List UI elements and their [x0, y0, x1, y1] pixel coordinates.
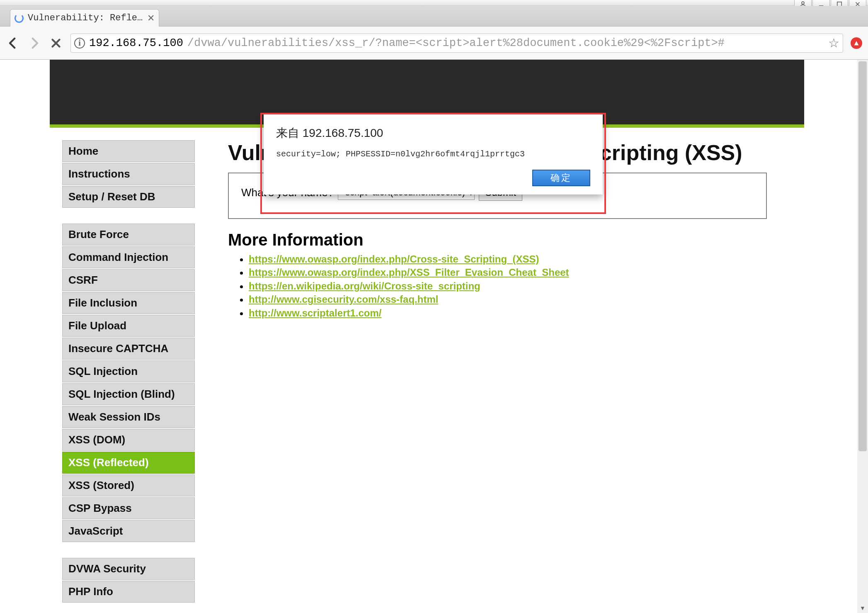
vertical-scrollbar[interactable]: ▲ ▼ — [857, 60, 868, 613]
js-alert-message: security=low; PHPSESSID=n0lvg2hr6ofmt4rq… — [276, 149, 590, 159]
js-alert-origin: 来自 192.168.75.100 — [276, 125, 590, 141]
info-link[interactable]: https://www.owasp.org/index.php/Cross-si… — [249, 253, 539, 265]
sidebar-item-xss-stored[interactable]: XSS (Stored) — [62, 474, 195, 496]
info-link[interactable]: https://www.owasp.org/index.php/XSS_Filt… — [249, 267, 569, 278]
info-link-item: https://en.wikipedia.org/wiki/Cross-site… — [249, 280, 767, 293]
js-alert-dialog: 来自 192.168.75.100 security=low; PHPSESSI… — [264, 114, 603, 195]
svg-marker-3 — [854, 41, 859, 45]
address-bar[interactable]: i 192.168.75.100 /dvwa/vulnerabilities/x… — [70, 34, 843, 53]
info-link[interactable]: https://en.wikipedia.org/wiki/Cross-site… — [249, 280, 480, 292]
sidebar-item-dvwa-security[interactable]: DVWA Security — [62, 558, 195, 580]
sidebar-item-sql-injection[interactable]: SQL Injection — [62, 360, 195, 382]
sidebar-item-xss-dom[interactable]: XSS (DOM) — [62, 429, 195, 451]
close-tab-icon[interactable]: ✕ — [147, 13, 155, 24]
tab-title: Vulnerability: Reflect — [28, 13, 143, 23]
info-link[interactable]: http://www.scriptalert1.com/ — [249, 307, 382, 319]
bookmark-star-icon[interactable]: ☆ — [828, 36, 839, 50]
sidebar-item-setup-reset-db[interactable]: Setup / Reset DB — [62, 186, 195, 208]
url-path: /dvwa/vulnerabilities/xss_r/?name=<scrip… — [187, 37, 725, 49]
sidebar-item-insecure-captcha[interactable]: Insecure CAPTCHA — [62, 338, 195, 360]
more-info-heading: More Information — [228, 231, 767, 249]
info-link[interactable]: http://www.cgisecurity.com/xss-faq.html — [249, 294, 438, 305]
info-link-item: https://www.owasp.org/index.php/Cross-si… — [249, 253, 767, 266]
sidebar-item-file-inclusion[interactable]: File Inclusion — [62, 292, 195, 314]
back-icon[interactable] — [6, 36, 20, 50]
alert-ok-button[interactable]: 确定 — [532, 170, 590, 186]
info-link-item: http://www.cgisecurity.com/xss-faq.html — [249, 293, 767, 306]
info-link-item: http://www.scriptalert1.com/ — [249, 306, 767, 320]
sidebar-item-weak-session-ids[interactable]: Weak Session IDs — [62, 406, 195, 428]
browser-toolbar: i 192.168.75.100 /dvwa/vulnerabilities/x… — [0, 27, 868, 60]
sidebar-item-csp-bypass[interactable]: CSP Bypass — [62, 497, 195, 519]
sidebar-item-home[interactable]: Home — [62, 140, 195, 162]
sidebar-item-xss-reflected[interactable]: XSS (Reflected) — [62, 452, 195, 474]
loading-spinner-icon — [15, 14, 24, 23]
browser-tab[interactable]: Vulnerability: Reflect ✕ — [10, 9, 159, 27]
sidebar-item-csrf[interactable]: CSRF — [62, 269, 195, 291]
sidebar-item-command-injection[interactable]: Command Injection — [62, 246, 195, 268]
sidebar-item-instructions[interactable]: Instructions — [62, 163, 195, 185]
forward-icon[interactable] — [27, 36, 41, 50]
stop-reload-icon[interactable] — [49, 36, 63, 50]
sidebar-item-php-info[interactable]: PHP Info — [62, 581, 195, 603]
extension-icon[interactable] — [851, 37, 862, 49]
scroll-down-icon[interactable]: ▼ — [857, 603, 868, 613]
url-host: 192.168.75.100 — [89, 37, 183, 49]
sidebar-item-brute-force[interactable]: Brute Force — [62, 224, 195, 246]
sidebar-item-file-upload[interactable]: File Upload — [62, 315, 195, 337]
sidebar-item-javascript[interactable]: JavaScript — [62, 520, 195, 542]
info-link-item: https://www.owasp.org/index.php/XSS_Filt… — [249, 266, 767, 279]
site-info-icon[interactable]: i — [74, 38, 85, 49]
scroll-thumb[interactable] — [858, 61, 867, 451]
sidebar-item-sql-injection-blind[interactable]: SQL Injection (Blind) — [62, 383, 195, 405]
svg-point-0 — [802, 2, 804, 4]
